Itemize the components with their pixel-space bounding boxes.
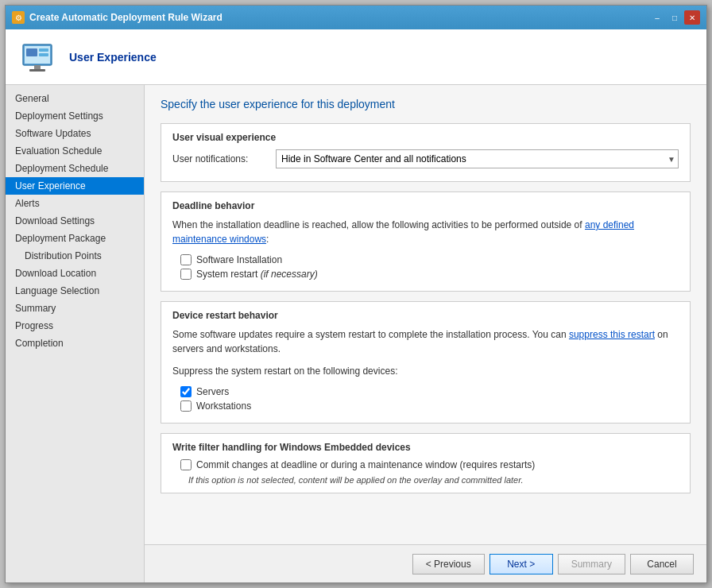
sidebar-item-distribution-points[interactable]: Distribution Points	[6, 247, 144, 265]
sidebar-item-deployment-settings[interactable]: Deployment Settings	[6, 107, 144, 125]
page-title: Specify the user experience for this dep…	[161, 98, 691, 110]
write-filter-note: If this option is not selected, content …	[172, 475, 679, 485]
commit-changes-link[interactable]: Commit changes at deadline or during a m…	[196, 459, 535, 470]
suppress-restart-link[interactable]: suppress this restart	[569, 329, 655, 340]
user-notifications-row: User notifications: Hide in Software Cen…	[172, 149, 679, 168]
maximize-button[interactable]: □	[667, 10, 683, 25]
software-installation-checkbox[interactable]	[180, 254, 192, 265]
main-window: ⚙ Create Automatic Deployment Rule Wizar…	[5, 5, 707, 583]
previous-button[interactable]: < Previous	[412, 554, 485, 574]
software-installation-label: Software Installation	[196, 254, 282, 265]
commit-changes-checkbox[interactable]	[180, 459, 192, 470]
maintenance-windows-link[interactable]: any defined maintenance windows	[172, 219, 634, 245]
sidebar-item-deployment-package[interactable]: Deployment Package	[6, 230, 144, 247]
deadline-behavior-label: Deadline behavior	[172, 200, 679, 211]
sidebar-item-evaluation-schedule[interactable]: Evaluation Schedule	[6, 142, 144, 160]
write-filter-label: Write filter handling for Windows Embedd…	[172, 442, 679, 453]
commit-changes-row: Commit changes at deadline or during a m…	[180, 459, 679, 470]
commit-changes-label: Commit changes at deadline or during a m…	[196, 459, 535, 470]
next-label: Next >	[507, 559, 535, 570]
sidebar-item-download-location[interactable]: Download Location	[6, 265, 144, 282]
sidebar-item-general[interactable]: General	[6, 90, 144, 107]
user-notifications-label: User notifications:	[172, 153, 268, 164]
sidebar-item-summary[interactable]: Summary	[6, 300, 144, 317]
window-title: Create Automatic Deployment Rule Wizard	[29, 12, 222, 23]
sidebar-item-software-updates[interactable]: Software Updates	[6, 125, 144, 142]
header-icon	[18, 38, 56, 76]
device-restart-description1: Some software updates require a system r…	[172, 327, 679, 356]
workstations-label: Workstations	[196, 400, 251, 412]
svg-rect-3	[29, 69, 45, 72]
servers-checkbox[interactable]	[180, 386, 192, 397]
sidebar-item-user-experience[interactable]: User Experience	[6, 177, 144, 195]
main-panel: Specify the user experience for this dep…	[145, 85, 706, 582]
sidebar-item-language-selection[interactable]: Language Selection	[6, 282, 144, 300]
user-visual-experience-section: User visual experience User notification…	[161, 123, 691, 182]
device-restart-description2: Suppress the system restart on the follo…	[172, 364, 679, 378]
svg-rect-5	[39, 48, 48, 52]
titlebar-controls: – □ ✕	[649, 10, 700, 25]
sidebar-item-completion[interactable]: Completion	[6, 335, 144, 352]
system-restart-label: System restart (if necessary)	[196, 269, 318, 280]
content-area: General Deployment Settings Software Upd…	[6, 85, 706, 582]
minimize-button[interactable]: –	[649, 10, 665, 25]
servers-row: Servers	[180, 386, 679, 397]
summary-button[interactable]: Summary	[558, 554, 625, 574]
device-restart-label: Device restart behavior	[172, 310, 679, 321]
svg-rect-6	[39, 53, 48, 56]
next-button[interactable]: Next >	[489, 554, 553, 574]
deadline-behavior-description: When the installation deadline is reache…	[172, 218, 679, 246]
deadline-behavior-section: Deadline behavior When the installation …	[161, 191, 691, 292]
servers-label: Servers	[196, 386, 229, 397]
main-content: Specify the user experience for this dep…	[145, 85, 706, 544]
header-title: User Experience	[69, 51, 157, 64]
cancel-button[interactable]: Cancel	[630, 554, 694, 574]
user-notifications-select[interactable]: Hide in Software Center and all notifica…	[276, 149, 679, 168]
sidebar: General Deployment Settings Software Upd…	[6, 85, 145, 582]
user-visual-experience-label: User visual experience	[172, 132, 679, 143]
header-area: User Experience	[6, 29, 706, 85]
sidebar-item-deployment-schedule[interactable]: Deployment Schedule	[6, 160, 144, 177]
user-notifications-select-wrapper: Hide in Software Center and all notifica…	[276, 149, 679, 168]
sidebar-item-alerts[interactable]: Alerts	[6, 195, 144, 212]
svg-rect-4	[26, 48, 37, 56]
system-restart-row: System restart (if necessary)	[180, 269, 679, 280]
sidebar-item-progress[interactable]: Progress	[6, 317, 144, 335]
sidebar-item-download-settings[interactable]: Download Settings	[6, 212, 144, 230]
write-filter-section: Write filter handling for Windows Embedd…	[161, 433, 691, 493]
workstations-row: Workstations	[180, 400, 679, 412]
titlebar: ⚙ Create Automatic Deployment Rule Wizar…	[6, 6, 706, 29]
software-installation-row: Software Installation	[180, 254, 679, 265]
titlebar-left: ⚙ Create Automatic Deployment Rule Wizar…	[12, 11, 222, 24]
system-restart-checkbox[interactable]	[180, 269, 192, 280]
app-icon: ⚙	[12, 11, 25, 24]
device-restart-section: Device restart behavior Some software up…	[161, 301, 691, 424]
footer: < Previous Next > Summary Cancel	[145, 544, 706, 582]
close-button[interactable]: ✕	[684, 10, 700, 25]
workstations-checkbox[interactable]	[180, 400, 192, 412]
